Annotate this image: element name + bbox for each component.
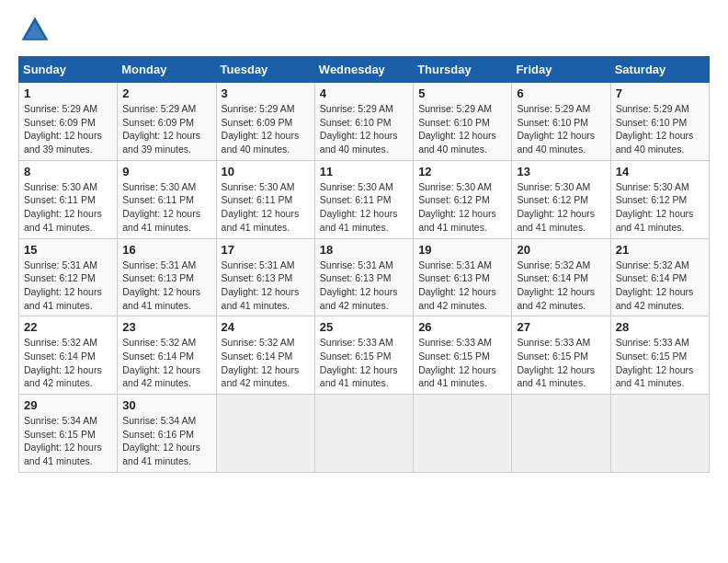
calendar-cell: 20Sunrise: 5:32 AMSunset: 6:14 PMDayligh… xyxy=(512,238,610,316)
day-info: Sunrise: 5:30 AMSunset: 6:11 PMDaylight:… xyxy=(320,180,408,235)
day-number: 12 xyxy=(418,165,506,178)
calendar-cell: 10Sunrise: 5:30 AMSunset: 6:11 PMDayligh… xyxy=(216,160,314,238)
day-info: Sunrise: 5:31 AMSunset: 6:13 PMDaylight:… xyxy=(418,259,506,313)
calendar-cell: 11Sunrise: 5:30 AMSunset: 6:11 PMDayligh… xyxy=(314,160,413,238)
day-number: 19 xyxy=(418,243,506,257)
calendar-cell: 15Sunrise: 5:31 AMSunset: 6:12 PMDayligh… xyxy=(19,238,118,316)
calendar-cell: 25Sunrise: 5:33 AMSunset: 6:15 PMDayligh… xyxy=(314,316,413,395)
day-info: Sunrise: 5:34 AMSunset: 6:15 PMDaylight:… xyxy=(24,414,112,468)
day-number: 2 xyxy=(122,86,210,100)
day-number: 13 xyxy=(517,165,605,178)
calendar-cell: 30Sunrise: 5:34 AMSunset: 6:16 PMDayligh… xyxy=(118,395,216,473)
day-info: Sunrise: 5:32 AMSunset: 6:14 PMDaylight:… xyxy=(616,259,704,313)
day-number: 26 xyxy=(418,320,506,334)
day-info: Sunrise: 5:31 AMSunset: 6:12 PMDaylight:… xyxy=(24,259,112,313)
day-info: Sunrise: 5:29 AMSunset: 6:10 PMDaylight:… xyxy=(320,102,408,156)
day-info: Sunrise: 5:33 AMSunset: 6:15 PMDaylight:… xyxy=(616,336,704,390)
calendar-cell: 26Sunrise: 5:33 AMSunset: 6:15 PMDayligh… xyxy=(414,316,512,395)
calendar-cell: 28Sunrise: 5:33 AMSunset: 6:15 PMDayligh… xyxy=(610,316,709,395)
calendar-cell: 23Sunrise: 5:32 AMSunset: 6:14 PMDayligh… xyxy=(118,316,216,395)
day-header-wednesday: Wednesday xyxy=(314,57,413,83)
calendar-week-1: 1Sunrise: 5:29 AMSunset: 6:09 PMDaylight… xyxy=(19,83,710,161)
calendar-cell: 21Sunrise: 5:32 AMSunset: 6:14 PMDayligh… xyxy=(610,238,709,316)
day-header-friday: Friday xyxy=(512,57,610,83)
day-number: 23 xyxy=(122,320,210,334)
day-info: Sunrise: 5:29 AMSunset: 6:09 PMDaylight:… xyxy=(122,102,210,156)
calendar-cell: 4Sunrise: 5:29 AMSunset: 6:10 PMDaylight… xyxy=(314,83,413,161)
day-info: Sunrise: 5:32 AMSunset: 6:14 PMDaylight:… xyxy=(122,336,210,390)
day-number: 1 xyxy=(24,86,112,100)
day-number: 14 xyxy=(616,165,704,178)
day-number: 20 xyxy=(517,243,605,257)
day-info: Sunrise: 5:30 AMSunset: 6:11 PMDaylight:… xyxy=(222,180,310,235)
calendar-cell: 13Sunrise: 5:30 AMSunset: 6:12 PMDayligh… xyxy=(512,160,610,238)
day-info: Sunrise: 5:31 AMSunset: 6:13 PMDaylight:… xyxy=(222,259,310,313)
day-number: 27 xyxy=(517,320,605,334)
calendar-cell: 3Sunrise: 5:29 AMSunset: 6:09 PMDaylight… xyxy=(216,83,314,161)
day-number: 11 xyxy=(320,165,408,178)
day-info: Sunrise: 5:29 AMSunset: 6:10 PMDaylight:… xyxy=(517,102,605,156)
calendar-cell: 24Sunrise: 5:32 AMSunset: 6:14 PMDayligh… xyxy=(216,316,314,395)
day-number: 25 xyxy=(320,320,408,334)
calendar-cell: 5Sunrise: 5:29 AMSunset: 6:10 PMDaylight… xyxy=(414,83,512,161)
calendar-cell: 14Sunrise: 5:30 AMSunset: 6:12 PMDayligh… xyxy=(610,160,709,238)
day-number: 16 xyxy=(122,243,210,257)
day-header-tuesday: Tuesday xyxy=(216,57,314,83)
day-number: 15 xyxy=(24,243,112,257)
day-number: 29 xyxy=(24,398,112,412)
calendar-cell: 12Sunrise: 5:30 AMSunset: 6:12 PMDayligh… xyxy=(414,160,512,238)
day-info: Sunrise: 5:30 AMSunset: 6:12 PMDaylight:… xyxy=(616,180,704,235)
day-number: 18 xyxy=(320,243,408,257)
day-number: 5 xyxy=(418,86,506,100)
day-info: Sunrise: 5:33 AMSunset: 6:15 PMDaylight:… xyxy=(517,336,605,390)
day-number: 8 xyxy=(24,165,112,178)
calendar-cell: 16Sunrise: 5:31 AMSunset: 6:13 PMDayligh… xyxy=(118,238,216,316)
day-number: 24 xyxy=(222,320,310,334)
calendar-cell: 6Sunrise: 5:29 AMSunset: 6:10 PMDaylight… xyxy=(512,83,610,161)
day-info: Sunrise: 5:29 AMSunset: 6:09 PMDaylight:… xyxy=(24,102,112,156)
calendar-week-4: 22Sunrise: 5:32 AMSunset: 6:14 PMDayligh… xyxy=(19,316,710,395)
calendar-cell xyxy=(314,395,413,473)
calendar-header-row: SundayMondayTuesdayWednesdayThursdayFrid… xyxy=(19,57,710,83)
day-info: Sunrise: 5:29 AMSunset: 6:10 PMDaylight:… xyxy=(616,102,704,156)
calendar-cell: 22Sunrise: 5:32 AMSunset: 6:14 PMDayligh… xyxy=(19,316,118,395)
day-info: Sunrise: 5:32 AMSunset: 6:14 PMDaylight:… xyxy=(24,336,112,390)
day-info: Sunrise: 5:30 AMSunset: 6:11 PMDaylight:… xyxy=(24,180,112,235)
calendar-cell: 1Sunrise: 5:29 AMSunset: 6:09 PMDaylight… xyxy=(19,83,118,161)
day-number: 3 xyxy=(222,86,310,100)
day-number: 6 xyxy=(517,86,605,100)
day-header-thursday: Thursday xyxy=(414,57,512,83)
day-number: 28 xyxy=(616,320,704,334)
day-number: 7 xyxy=(616,86,704,100)
calendar-cell: 17Sunrise: 5:31 AMSunset: 6:13 PMDayligh… xyxy=(216,238,314,316)
day-number: 22 xyxy=(24,320,112,334)
calendar-cell: 19Sunrise: 5:31 AMSunset: 6:13 PMDayligh… xyxy=(414,238,512,316)
day-info: Sunrise: 5:34 AMSunset: 6:16 PMDaylight:… xyxy=(122,414,210,468)
day-info: Sunrise: 5:32 AMSunset: 6:14 PMDaylight:… xyxy=(517,259,605,313)
calendar-cell xyxy=(414,395,512,473)
day-number: 17 xyxy=(222,243,310,257)
day-number: 21 xyxy=(616,243,704,257)
calendar-cell: 9Sunrise: 5:30 AMSunset: 6:11 PMDaylight… xyxy=(118,160,216,238)
day-info: Sunrise: 5:33 AMSunset: 6:15 PMDaylight:… xyxy=(418,336,506,390)
calendar-cell: 29Sunrise: 5:34 AMSunset: 6:15 PMDayligh… xyxy=(19,395,118,473)
calendar-table: SundayMondayTuesdayWednesdayThursdayFrid… xyxy=(18,56,710,473)
day-info: Sunrise: 5:31 AMSunset: 6:13 PMDaylight:… xyxy=(320,259,408,313)
day-header-sunday: Sunday xyxy=(19,57,118,83)
calendar-cell: 2Sunrise: 5:29 AMSunset: 6:09 PMDaylight… xyxy=(118,83,216,161)
day-number: 4 xyxy=(320,86,408,100)
day-number: 10 xyxy=(222,165,310,178)
page: SundayMondayTuesdayWednesdayThursdayFrid… xyxy=(0,0,728,563)
day-info: Sunrise: 5:29 AMSunset: 6:10 PMDaylight:… xyxy=(418,102,506,156)
calendar-week-2: 8Sunrise: 5:30 AMSunset: 6:11 PMDaylight… xyxy=(19,160,710,238)
day-number: 9 xyxy=(122,165,210,178)
day-info: Sunrise: 5:31 AMSunset: 6:13 PMDaylight:… xyxy=(122,259,210,313)
day-info: Sunrise: 5:29 AMSunset: 6:09 PMDaylight:… xyxy=(222,102,310,156)
day-header-monday: Monday xyxy=(118,57,216,83)
day-info: Sunrise: 5:30 AMSunset: 6:12 PMDaylight:… xyxy=(517,180,605,235)
calendar-cell xyxy=(216,395,314,473)
day-info: Sunrise: 5:32 AMSunset: 6:14 PMDaylight:… xyxy=(222,336,310,390)
day-info: Sunrise: 5:33 AMSunset: 6:15 PMDaylight:… xyxy=(320,336,408,390)
calendar-cell xyxy=(512,395,610,473)
day-header-saturday: Saturday xyxy=(610,57,709,83)
